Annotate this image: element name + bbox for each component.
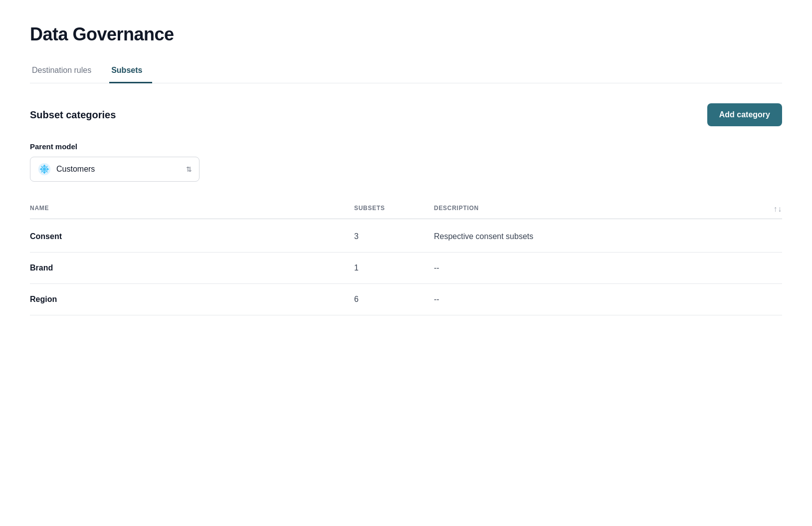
row-1-name: Consent bbox=[30, 232, 354, 241]
parent-model-label: Parent model bbox=[30, 142, 782, 151]
col-header-name: NAME bbox=[30, 205, 354, 214]
snowflake-icon bbox=[37, 162, 51, 176]
col-header-description: DESCRIPTION bbox=[434, 205, 758, 214]
chevron-updown-icon: ⇅ bbox=[186, 165, 192, 173]
table-row: Consent 3 Respective consent subsets bbox=[30, 221, 782, 253]
sort-icon[interactable]: ↑↓ bbox=[774, 205, 782, 214]
parent-model-value: Customers bbox=[56, 165, 180, 174]
table-header: NAME SUBSETS DESCRIPTION ↑↓ bbox=[30, 200, 782, 219]
tab-subsets[interactable]: Subsets bbox=[109, 61, 152, 83]
col-header-sort[interactable]: ↑↓ bbox=[758, 205, 782, 214]
row-3-description: -- bbox=[434, 295, 758, 304]
row-1-subsets: 3 bbox=[354, 232, 434, 241]
page-title: Data Governance bbox=[30, 24, 782, 45]
add-category-button[interactable]: Add category bbox=[707, 103, 782, 126]
row-2-name: Brand bbox=[30, 263, 354, 272]
parent-model-select[interactable]: Customers ⇅ bbox=[30, 157, 200, 182]
row-1-description: Respective consent subsets bbox=[434, 232, 758, 241]
tabs-bar: Destination rules Subsets bbox=[30, 61, 782, 83]
row-2-description: -- bbox=[434, 263, 758, 272]
row-2-subsets: 1 bbox=[354, 263, 434, 272]
row-3-name: Region bbox=[30, 295, 354, 304]
table-row: Region 6 -- bbox=[30, 284, 782, 315]
categories-table: NAME SUBSETS DESCRIPTION ↑↓ Consent 3 Re… bbox=[30, 200, 782, 315]
section-title: Subset categories bbox=[30, 109, 116, 121]
table-row: Brand 1 -- bbox=[30, 253, 782, 284]
tab-destination-rules[interactable]: Destination rules bbox=[30, 61, 101, 83]
row-3-subsets: 6 bbox=[354, 295, 434, 304]
section-header: Subset categories Add category bbox=[30, 103, 782, 126]
col-header-subsets: SUBSETS bbox=[354, 205, 434, 214]
